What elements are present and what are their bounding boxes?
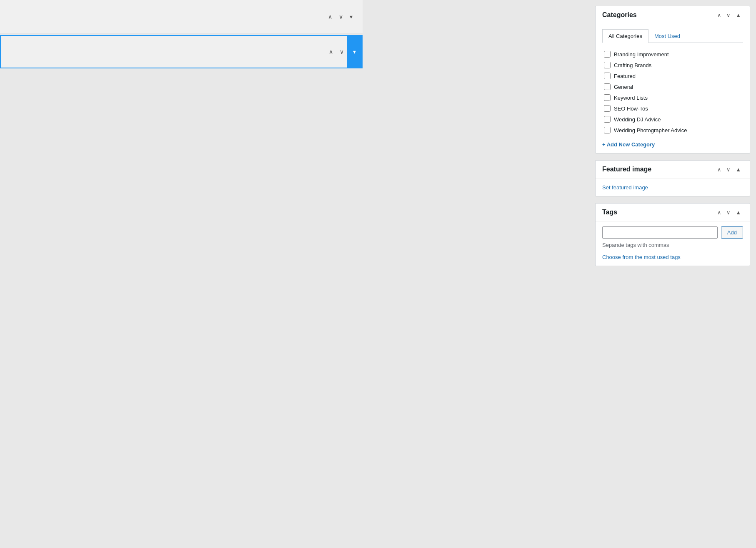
category-list-item: Wedding DJ Advice [602,114,743,125]
tags-panel-header: Tags ∧ ∨ ▲ [596,204,750,221]
categories-panel-header: Categories ∧ ∨ ▲ [596,6,750,24]
categories-tabs: All Categories Most Used [602,29,743,43]
add-new-category-link[interactable]: + Add New Category [602,141,655,148]
top-down-button[interactable]: ∨ [335,11,346,23]
category-checkbox-3[interactable] [604,83,611,90]
category-checkbox-1[interactable] [604,62,611,68]
tab-most-used[interactable]: Most Used [648,29,686,43]
categories-collapse-btn[interactable]: ▲ [733,12,743,19]
tags-panel-body: Add Separate tags with commas Choose fro… [596,221,750,266]
category-label-6[interactable]: Wedding DJ Advice [614,116,661,123]
category-checkbox-7[interactable] [604,127,611,133]
category-list-item: Wedding Photographer Advice [602,125,743,136]
category-checkbox-6[interactable] [604,116,611,123]
featured-image-panel: Featured image ∧ ∨ ▲ Set featured image [595,160,750,196]
categories-list: Branding ImprovementCrafting BrandsFeatu… [602,47,743,137]
category-checkbox-0[interactable] [604,51,611,58]
category-label-2[interactable]: Featured [614,73,636,79]
category-label-7[interactable]: Wedding Photographer Advice [614,127,687,133]
category-list-item: Crafting Brands [602,60,743,70]
featured-image-panel-header: Featured image ∧ ∨ ▲ [596,161,750,178]
categories-panel-title: Categories [602,11,637,19]
categories-panel-controls: ∧ ∨ ▲ [715,12,743,19]
category-label-5[interactable]: SEO How-Tos [614,106,648,112]
category-label-0[interactable]: Branding Improvement [614,51,669,58]
categories-list-wrapper: Branding ImprovementCrafting BrandsFeatu… [602,47,743,137]
category-label-3[interactable]: General [614,84,633,90]
featured-image-panel-body: Set featured image [596,178,750,196]
tags-panel: Tags ∧ ∨ ▲ Add Separate tags with commas… [595,203,750,266]
category-list-item: Keyword Lists [602,92,743,103]
set-featured-image-link[interactable]: Set featured image [602,184,648,191]
tags-hint: Separate tags with commas [602,242,743,248]
featured-image-collapse-btn[interactable]: ▲ [733,166,743,173]
top-toolbar: ∧ ∨ ▾ [0,0,363,33]
categories-up-btn[interactable]: ∧ [715,12,723,19]
categories-down-btn[interactable]: ∨ [724,12,733,19]
top-up-button[interactable]: ∧ [325,11,335,23]
category-list-item: SEO How-Tos [602,103,743,114]
second-dropdown-button[interactable]: ▾ [347,36,362,68]
featured-image-down-btn[interactable]: ∨ [724,166,733,173]
second-down-button[interactable]: ∨ [336,46,347,58]
sidebar: Categories ∧ ∨ ▲ All Categories Most Use… [589,0,756,548]
second-up-button[interactable]: ∧ [325,46,336,58]
tags-collapse-btn[interactable]: ▲ [733,209,743,216]
category-checkbox-2[interactable] [604,73,611,79]
tags-input[interactable] [602,226,718,239]
category-checkbox-5[interactable] [604,105,611,112]
tags-down-btn[interactable]: ∨ [724,209,733,216]
categories-panel-body: All Categories Most Used Branding Improv… [596,24,750,153]
tags-add-button[interactable]: Add [721,226,743,239]
category-list-item: Featured [602,70,743,81]
category-label-4[interactable]: Keyword Lists [614,95,648,101]
category-checkbox-4[interactable] [604,94,611,101]
featured-image-panel-controls: ∧ ∨ ▲ [715,166,743,173]
second-toolbar: ∧ ∨ ▾ [0,35,363,68]
tab-all-categories[interactable]: All Categories [602,29,648,43]
featured-image-up-btn[interactable]: ∧ [715,166,723,173]
featured-image-panel-title: Featured image [602,166,651,173]
tags-up-btn[interactable]: ∧ [715,209,723,216]
categories-panel: Categories ∧ ∨ ▲ All Categories Most Use… [595,6,750,153]
tags-most-used-link[interactable]: Choose from the most used tags [602,254,681,260]
category-label-1[interactable]: Crafting Brands [614,62,651,68]
tags-panel-title: Tags [602,209,617,216]
tags-input-row: Add [602,226,743,239]
category-list-item: Branding Improvement [602,49,743,60]
top-dropdown-button[interactable]: ▾ [346,11,356,23]
category-list-item: General [602,81,743,92]
tags-panel-controls: ∧ ∨ ▲ [715,209,743,216]
